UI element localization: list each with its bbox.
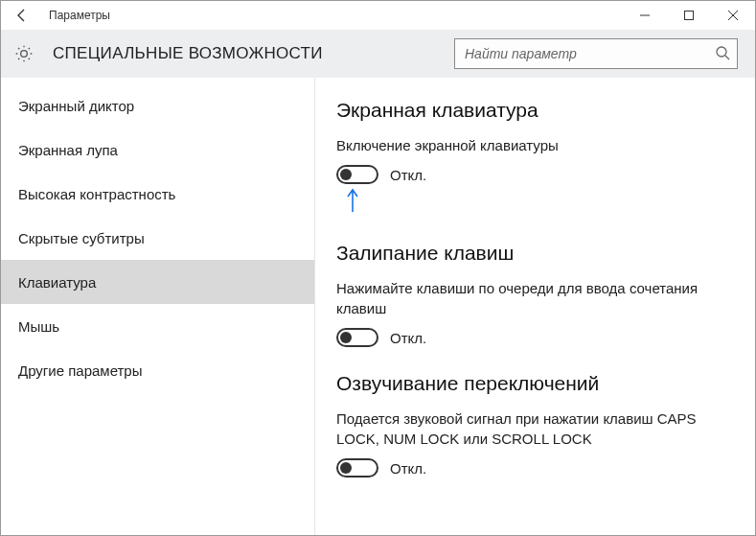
minimize-icon xyxy=(640,11,650,20)
svg-rect-1 xyxy=(685,12,694,20)
maximize-button[interactable] xyxy=(667,1,711,30)
search-input[interactable] xyxy=(454,38,738,69)
sidebar-item-label: Экранная лупа xyxy=(18,142,118,158)
toggle-row-onscreen-keyboard: Откл. xyxy=(336,165,728,184)
sidebar-item-label: Экранный диктор xyxy=(18,98,134,114)
toggle-knob xyxy=(340,332,352,343)
sidebar-item-label: Скрытые субтитры xyxy=(18,230,145,246)
toggle-row-toggle-keys: Откл. xyxy=(336,458,728,478)
sidebar-item-mouse[interactable]: Мышь xyxy=(1,304,314,348)
header: СПЕЦИАЛЬНЫЕ ВОЗМОЖНОСТИ xyxy=(1,30,755,78)
arrow-up-icon xyxy=(346,188,359,213)
sidebar: Экранный диктор Экранная лупа Высокая ко… xyxy=(1,78,315,535)
gear-icon xyxy=(14,44,34,63)
sidebar-item-narrator[interactable]: Экранный диктор xyxy=(1,83,314,128)
sidebar-item-label: Мышь xyxy=(18,318,59,335)
toggle-knob xyxy=(340,462,352,474)
sidebar-item-magnifier[interactable]: Экранная лупа xyxy=(1,128,314,172)
section-heading-onscreen-keyboard: Экранная клавиатура xyxy=(336,99,728,122)
maximize-icon xyxy=(684,11,694,20)
toggle-sticky-keys[interactable] xyxy=(336,328,378,347)
search-wrap xyxy=(454,38,738,69)
sidebar-item-other[interactable]: Другие параметры xyxy=(1,348,314,392)
arrow-left-icon xyxy=(14,8,30,23)
toggle-toggle-keys[interactable] xyxy=(336,458,378,478)
section-description: Включение экранной клавиатуры xyxy=(336,135,728,155)
section-heading-toggle-keys: Озвучивание переключений xyxy=(336,372,728,395)
toggle-row-sticky-keys: Откл. xyxy=(336,328,728,347)
toggle-state-label: Откл. xyxy=(390,460,426,477)
sidebar-item-high-contrast[interactable]: Высокая контрастность xyxy=(1,172,314,216)
sidebar-item-label: Другие параметры xyxy=(18,362,143,379)
minimize-button[interactable] xyxy=(623,1,667,30)
sidebar-item-closed-captions[interactable]: Скрытые субтитры xyxy=(1,216,314,260)
annotation-arrow xyxy=(346,188,728,217)
close-button[interactable] xyxy=(711,1,755,30)
section-heading-sticky-keys: Залипание клавиш xyxy=(336,242,728,265)
close-icon xyxy=(728,11,738,20)
sidebar-item-label: Высокая контрастность xyxy=(18,186,175,202)
titlebar: Параметры xyxy=(1,1,755,30)
back-button[interactable] xyxy=(1,1,43,30)
section-description: Подается звуковой сигнал при нажатии кла… xyxy=(336,408,728,449)
toggle-state-label: Откл. xyxy=(390,167,426,183)
body: Экранный диктор Экранная лупа Высокая ко… xyxy=(1,78,755,535)
page-title: СПЕЦИАЛЬНЫЕ ВОЗМОЖНОСТИ xyxy=(53,44,323,63)
sidebar-item-keyboard[interactable]: Клавиатура xyxy=(1,260,314,304)
toggle-onscreen-keyboard[interactable] xyxy=(336,165,378,184)
content: Экранная клавиатура Включение экранной к… xyxy=(315,78,755,535)
section-description: Нажимайте клавиши по очереди для ввода с… xyxy=(336,278,728,318)
toggle-state-label: Откл. xyxy=(390,330,426,346)
sidebar-item-label: Клавиатура xyxy=(18,274,96,291)
toggle-knob xyxy=(340,169,352,180)
window-title: Параметры xyxy=(49,9,110,22)
window-controls xyxy=(623,1,755,30)
